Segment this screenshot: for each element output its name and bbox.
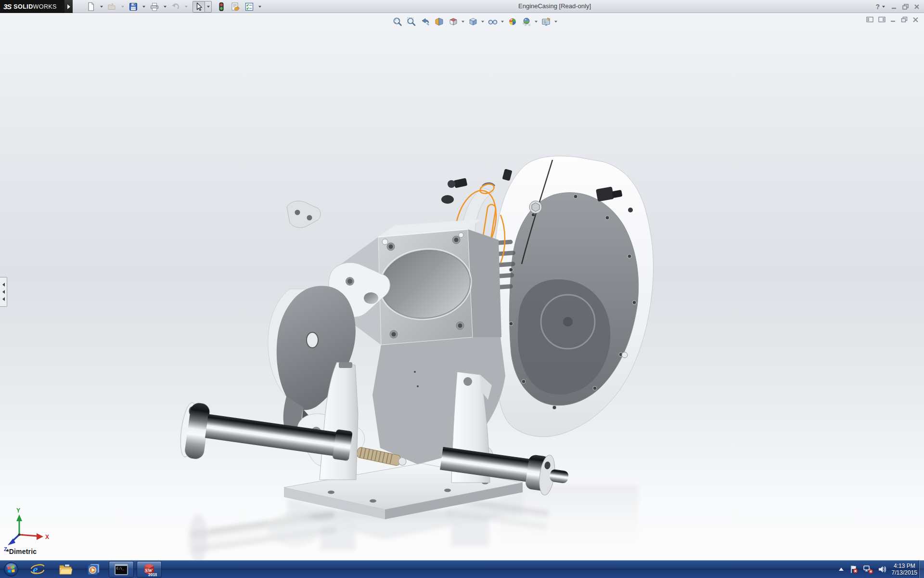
help-button[interactable]: ? <box>875 3 880 11</box>
view-settings-button[interactable] <box>539 16 552 27</box>
system-tray: 4:13 PM 7/13/2015 <box>838 560 917 578</box>
volume-icon[interactable] <box>878 565 887 574</box>
undo-dropdown[interactable] <box>185 6 188 8</box>
select-dropdown[interactable] <box>205 1 212 13</box>
windows-start-orb-icon <box>3 562 19 577</box>
view-settings-dropdown[interactable] <box>554 21 557 23</box>
triad-x-label: X <box>45 534 49 540</box>
standard-toolbar <box>85 0 263 13</box>
edit-appearance-button[interactable] <box>506 16 519 27</box>
close-icon <box>913 3 920 10</box>
collapse-right-pane-icon <box>878 16 886 23</box>
new-document-dropdown[interactable] <box>100 6 103 8</box>
section-view-icon <box>434 16 445 27</box>
flag-icon <box>849 565 859 574</box>
solidworks-logo[interactable]: 3S SOLIDWORKS <box>0 0 64 13</box>
minimize-document-button[interactable] <box>890 16 897 23</box>
traffic-light-icon <box>216 1 227 12</box>
start-button[interactable] <box>0 560 22 578</box>
restore-document-button[interactable] <box>900 16 908 23</box>
view-orientation-icon <box>448 16 459 27</box>
close-document-button[interactable] <box>912 16 919 23</box>
apply-scene-dropdown[interactable] <box>535 21 538 23</box>
flyout-arrow-icon <box>67 4 70 9</box>
taskbar-clock[interactable]: 4:13 PM 7/13/2015 <box>892 563 917 576</box>
speaker-icon <box>878 565 887 574</box>
restore-button[interactable] <box>902 3 909 10</box>
save-button[interactable] <box>127 1 140 13</box>
section-view-button[interactable] <box>433 16 446 27</box>
zoom-to-fit-icon <box>392 16 403 27</box>
solidworks-window: { "titlebar": { "logo_mark": "3S", "app_… <box>0 0 924 578</box>
restore-icon <box>902 3 909 10</box>
new-document-icon <box>86 1 96 12</box>
open-dropdown[interactable] <box>121 6 124 8</box>
rebuild-traffic-light-button[interactable] <box>215 1 228 13</box>
taskbar-file-explorer[interactable] <box>53 561 78 578</box>
edit-appearance-icon <box>507 16 518 27</box>
options-button[interactable] <box>243 1 256 13</box>
print-button[interactable] <box>148 1 161 13</box>
close-button[interactable] <box>913 3 920 10</box>
restore-document-icon <box>900 16 908 23</box>
graphics-area[interactable]: Y X Z <box>0 13 924 560</box>
headsup-view-toolbar <box>391 16 558 27</box>
previous-view-button[interactable] <box>419 16 432 27</box>
taskbar-items: e C:\_ <box>25 560 162 578</box>
view-settings-icon <box>541 16 552 27</box>
hide-show-items-dropdown[interactable] <box>501 21 504 23</box>
show-hidden-icons-button[interactable] <box>838 567 845 572</box>
zoom-to-area-button[interactable] <box>405 16 418 27</box>
network-disconnected-icon <box>863 565 873 574</box>
cmd-title-text: C:\_ <box>116 566 124 570</box>
zoom-to-fit-button[interactable] <box>391 16 404 27</box>
taskbar-command-prompt[interactable]: C:\_ <box>109 561 134 578</box>
help-dropdown[interactable] <box>882 6 885 8</box>
previous-view-icon <box>420 16 431 27</box>
select-button[interactable] <box>192 1 205 13</box>
taskbar-media-player[interactable] <box>81 561 106 578</box>
undo-button[interactable] <box>169 1 182 13</box>
model-canvas[interactable]: Y X Z <box>0 13 924 560</box>
new-document-button[interactable] <box>85 1 97 13</box>
window-title: EngineCasing [Read-only] <box>518 2 591 10</box>
sw-year-badge: 2015 <box>148 572 157 577</box>
minimize-button[interactable] <box>891 3 898 10</box>
solidworks-logo-mark: 3S <box>3 2 11 11</box>
print-dropdown[interactable] <box>164 6 167 8</box>
network-status-icon[interactable] <box>863 565 873 574</box>
collapse-right-pane-button[interactable] <box>878 16 886 23</box>
save-icon <box>128 1 139 12</box>
taskbar-solidworks-2015[interactable]: SW 2015 <box>137 561 162 578</box>
display-style-icon <box>468 16 478 27</box>
collapse-left-pane-icon <box>866 16 874 23</box>
open-icon <box>107 1 117 12</box>
view-orientation-label: *Dimetric <box>6 548 37 555</box>
view-orientation-dropdown[interactable] <box>462 21 464 23</box>
solidworks-2015-icon: SW 2015 <box>141 562 157 577</box>
save-dropdown[interactable] <box>142 6 145 8</box>
open-button[interactable] <box>106 1 118 13</box>
display-style-button[interactable] <box>466 16 479 27</box>
clock-time: 4:13 PM <box>892 563 917 569</box>
collapse-arrow-icon <box>2 290 5 294</box>
display-style-dropdown[interactable] <box>481 21 484 23</box>
show-desktop-button[interactable] <box>919 560 924 578</box>
options-dropdown[interactable] <box>258 6 261 8</box>
media-player-icon <box>86 562 101 577</box>
feature-manager-collapsed-tab[interactable] <box>0 277 7 307</box>
apply-scene-button[interactable] <box>520 16 533 27</box>
collapse-arrow-icon <box>2 297 5 301</box>
taskbar-internet-explorer[interactable]: e <box>25 561 50 578</box>
file-explorer-icon <box>58 562 73 577</box>
collapse-arrow-icon <box>2 283 5 287</box>
titlebar: 3S SOLIDWORKS <box>0 0 924 13</box>
view-orientation-button[interactable] <box>447 16 460 27</box>
minimize-document-icon <box>890 16 897 23</box>
action-center-flag[interactable] <box>849 565 859 574</box>
hide-show-items-button[interactable] <box>486 16 499 27</box>
hide-show-items-icon <box>488 16 498 27</box>
collapse-left-pane-button[interactable] <box>866 16 874 23</box>
file-properties-button[interactable] <box>229 1 242 13</box>
menu-flyout-arrow[interactable] <box>64 0 73 13</box>
